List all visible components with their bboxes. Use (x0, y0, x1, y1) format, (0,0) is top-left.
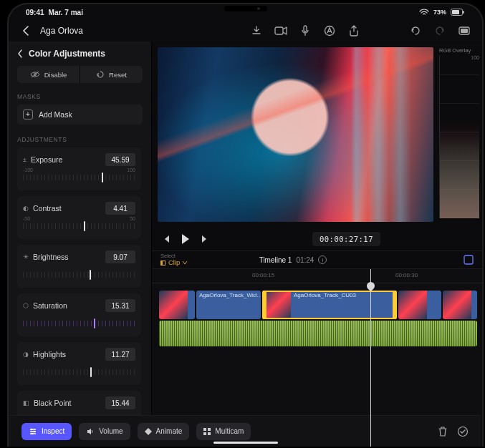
scope-tick-top: 100 (471, 55, 479, 60)
trash-icon[interactable] (436, 425, 449, 438)
status-date-text: Mar. 7 mai (49, 9, 83, 16)
clip-thumbnail (398, 291, 427, 319)
svg-rect-14 (208, 428, 211, 431)
adjustment-slider[interactable] (23, 268, 135, 283)
import-icon[interactable] (250, 24, 263, 37)
masks-section-label: MASKS (17, 93, 143, 100)
share-icon[interactable] (347, 24, 360, 37)
timecode-display[interactable]: 00:00:27:17 (312, 232, 380, 246)
adjustment-contrast: ◐Contrast4.41-5050 (17, 196, 141, 239)
prev-frame-button[interactable] (162, 235, 171, 243)
viewer-preview[interactable] (158, 47, 433, 222)
playhead[interactable] (370, 269, 371, 447)
clip-label: AgaOrlova_Track_Wid… (199, 292, 261, 298)
adjustment-value-field[interactable]: 9.07 (105, 250, 135, 263)
disable-button[interactable]: Disable (17, 66, 80, 83)
volume-label: Volume (99, 427, 123, 435)
reset-label: Reset (109, 71, 127, 79)
play-button[interactable] (182, 234, 189, 244)
adjustment-name: Exposure (31, 155, 62, 164)
adjustment-value-field[interactable]: 11.27 (105, 348, 135, 361)
clip-swatch-icon (160, 260, 165, 266)
next-frame-button[interactable] (201, 235, 209, 243)
timeline-name: Timeline 1 (259, 256, 292, 264)
text-icon[interactable] (323, 24, 336, 37)
svg-point-12 (32, 432, 34, 434)
confirm-icon[interactable] (456, 425, 469, 438)
tools-icon[interactable] (464, 255, 474, 265)
grid-icon (203, 428, 211, 435)
svg-rect-13 (203, 428, 206, 431)
adjustment-value-field[interactable]: 15.44 (105, 396, 135, 409)
svg-point-17 (458, 427, 468, 436)
svg-rect-3 (275, 27, 283, 34)
info-icon[interactable]: i (318, 255, 327, 264)
adjustment-slider[interactable]: -100100 (23, 170, 135, 186)
add-mask-label: Add Mask (39, 110, 72, 119)
video-track[interactable]: AgaOrlova_Track_Wid…AgaOrlova_Track_CU03 (152, 291, 482, 319)
animate-label: Animate (156, 427, 183, 435)
scope-tick-bottom: 0 (476, 213, 479, 218)
animate-button[interactable]: Animate (138, 423, 190, 440)
adj-icon: ± (23, 156, 27, 163)
inspect-button[interactable]: Inspect (21, 423, 72, 440)
fullscreen-icon[interactable] (458, 24, 471, 37)
volume-button[interactable]: Volume (79, 423, 130, 440)
scopes-graph[interactable]: 100 0 (439, 55, 479, 218)
add-mask-button[interactable]: + Add Mask (17, 104, 143, 125)
inspect-label: Inspect (42, 427, 64, 435)
timeline-ruler[interactable]: 00:00:15 00:00:30 (152, 269, 482, 283)
sliders-icon (29, 427, 37, 436)
scopes-title: RGB Overlay (439, 47, 479, 54)
clip-mode-label: Clip (168, 259, 180, 266)
camera-icon[interactable] (274, 24, 287, 37)
audio-track[interactable] (152, 321, 482, 346)
clip-mode-button[interactable]: Clip (160, 259, 187, 266)
eye-off-icon (30, 71, 40, 78)
home-indicator[interactable] (213, 442, 278, 444)
adjustment-value-field[interactable]: 45.59 (105, 153, 135, 166)
status-indicators: 73% (419, 9, 465, 16)
adjustment-value-field[interactable]: 15.31 (105, 299, 135, 312)
svg-point-10 (31, 428, 33, 430)
audio-clip[interactable] (159, 321, 477, 346)
adjustment-brightness: ☀Brightness9.07 (17, 245, 141, 288)
plus-icon: + (23, 109, 33, 120)
voiceover-icon[interactable] (299, 24, 312, 37)
timeline-clip[interactable] (443, 291, 477, 319)
adjustment-highlights: ◑Highlights11.27 (17, 342, 141, 385)
adjustment-name: Highlights (33, 350, 66, 359)
timeline-clip[interactable]: AgaOrlova_Track_CU03 (262, 291, 397, 319)
play-icon (182, 234, 189, 244)
timeline-clip[interactable] (159, 291, 195, 319)
reset-button[interactable]: Reset (80, 66, 143, 83)
ruler-mark-1: 00:00:15 (252, 272, 274, 278)
adjustment-slider[interactable] (23, 365, 135, 381)
redo-icon[interactable] (433, 24, 446, 37)
status-time: 09:41 Mar. 7 mai (26, 9, 83, 16)
undo-icon[interactable] (409, 24, 422, 37)
adj-icon: ◑ (23, 351, 29, 358)
svg-rect-2 (463, 11, 464, 14)
multicam-button[interactable]: Multicam (196, 423, 251, 440)
inspector-back-button[interactable] (17, 49, 23, 58)
adjustments-section-label: ADJUSTMENTS (17, 136, 143, 143)
clip-thumbnail (159, 291, 188, 319)
back-button[interactable] (20, 24, 32, 37)
inspector-title: Color Adjustments (29, 49, 105, 59)
adj-icon: ◐ (23, 205, 29, 212)
adjustment-slider[interactable]: -5050 (23, 219, 135, 235)
svg-rect-9 (464, 255, 473, 264)
adj-icon: ☀ (23, 253, 29, 260)
adjustment-value-field[interactable]: 4.41 (105, 202, 135, 215)
ruler-mark-2: 00:00:30 (395, 272, 418, 278)
timeline-clip[interactable] (398, 291, 441, 319)
svg-rect-1 (452, 10, 459, 14)
keyframe-icon (145, 428, 152, 435)
clip-thumbnail (443, 291, 471, 319)
timeline-duration: 01:24 (296, 256, 314, 264)
adj-icon: ⬡ (23, 302, 29, 309)
adjustment-slider[interactable] (23, 316, 135, 332)
svg-rect-15 (203, 432, 206, 435)
timeline-clip[interactable]: AgaOrlova_Track_Wid… (196, 291, 261, 319)
